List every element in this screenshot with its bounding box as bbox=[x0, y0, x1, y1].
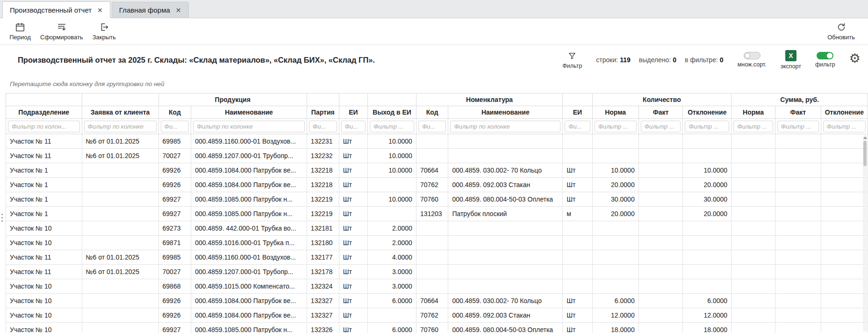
cell bbox=[732, 308, 775, 323]
cell: №6 от 01.01.2025 bbox=[82, 265, 158, 279]
table-row[interactable]: Участок № 11№6 от 01.01.202569985000.485… bbox=[6, 134, 868, 149]
settings-gear-icon[interactable]: ⚙ bbox=[849, 52, 861, 65]
cell: Шт bbox=[563, 308, 592, 323]
toggle-on-icon[interactable] bbox=[817, 52, 833, 59]
column-header[interactable]: Код bbox=[158, 106, 191, 119]
column-filter-input[interactable] bbox=[823, 121, 866, 132]
table-row[interactable]: Участок № 169927000.4859.1085.000 Патруб… bbox=[6, 207, 868, 221]
group-by-panel[interactable]: Перетащите сюда колонку для группировки … bbox=[0, 75, 868, 93]
cell: Участок № 10 bbox=[6, 308, 82, 323]
cell: 70027 bbox=[158, 149, 191, 163]
column-group-spacer bbox=[339, 94, 368, 106]
cell: 69985 bbox=[158, 250, 191, 265]
column-filter-input[interactable] bbox=[641, 121, 681, 132]
filter-toggle[interactable]: фильтр bbox=[815, 52, 835, 68]
cell: Участок № 1 bbox=[6, 207, 82, 221]
close-button[interactable]: Закрыть bbox=[88, 21, 121, 42]
column-header[interactable]: Факт bbox=[775, 106, 821, 119]
column-header[interactable]: Выход в ЕИ bbox=[368, 106, 416, 119]
cell bbox=[82, 236, 158, 250]
column-filter-input[interactable] bbox=[685, 121, 729, 132]
column-filter-input[interactable] bbox=[8, 121, 80, 132]
column-filter-input[interactable] bbox=[193, 121, 305, 132]
multisort-toggle[interactable]: множ.сорт. bbox=[738, 52, 767, 68]
column-header[interactable]: Норма bbox=[732, 106, 775, 119]
column-filter-input[interactable] bbox=[595, 121, 637, 132]
table-row[interactable]: Участок № 1069926000.4859.1084.000 Патру… bbox=[6, 294, 868, 308]
cell bbox=[821, 149, 868, 163]
export-excel-button[interactable]: X экспорт bbox=[781, 50, 801, 70]
column-header[interactable]: Код bbox=[416, 106, 448, 119]
table-row[interactable]: Участок № 1069927000.4859.1085.000 Патру… bbox=[6, 323, 868, 333]
cell bbox=[775, 236, 821, 250]
cell bbox=[563, 279, 592, 294]
table-row[interactable]: Участок № 11№6 от 01.01.202569985000.485… bbox=[6, 250, 868, 265]
period-button[interactable]: Период bbox=[5, 21, 36, 42]
table-row[interactable]: Участок № 1069868000.4859.1015.000 Компе… bbox=[6, 279, 868, 294]
column-filter-input[interactable] bbox=[450, 121, 560, 132]
column-filter-input[interactable] bbox=[733, 121, 773, 132]
selected-count: выделено:0 bbox=[639, 56, 676, 64]
table-row[interactable]: Участок № 169926000.4859.1084.000 Патруб… bbox=[6, 163, 868, 178]
column-header[interactable]: Отклонение bbox=[821, 106, 868, 119]
cell: 132218 bbox=[307, 178, 339, 192]
cell: №6 от 01.01.2025 bbox=[82, 250, 158, 265]
cell bbox=[821, 163, 868, 178]
export-label: экспорт bbox=[781, 63, 801, 70]
column-header[interactable]: Подразделение bbox=[6, 106, 82, 119]
column-filter-input[interactable] bbox=[777, 121, 819, 132]
column-header[interactable]: Отклонение bbox=[683, 106, 732, 119]
scroll-up-arrow-icon[interactable] bbox=[863, 137, 867, 139]
table-row[interactable]: Участок № 1069273000.4859. 442.000-01 Тр… bbox=[6, 221, 868, 236]
table-row[interactable]: Участок № 169927000.4859.1085.000 Патруб… bbox=[6, 192, 868, 207]
cell: 10.0000 bbox=[368, 192, 416, 207]
column-filter-input[interactable] bbox=[370, 121, 414, 132]
column-header[interactable]: Партия bbox=[307, 106, 339, 119]
cell: 000.4859.1084.000 Патрубок ве... bbox=[191, 178, 307, 192]
table-row[interactable]: Участок № 1069871000.4859.1016.000-01 Тр… bbox=[6, 236, 868, 250]
refresh-button[interactable]: Обновить bbox=[823, 21, 860, 42]
generate-button[interactable]: Сформировать bbox=[36, 21, 88, 42]
column-header[interactable]: Факт bbox=[638, 106, 683, 119]
column-header[interactable]: Наименование bbox=[448, 106, 563, 119]
cell: 20.0000 bbox=[683, 178, 732, 192]
cell bbox=[563, 250, 592, 265]
cell bbox=[821, 178, 868, 192]
cell: 6.0000 bbox=[683, 294, 732, 308]
column-header[interactable]: ЕИ bbox=[339, 106, 368, 119]
column-filter-input[interactable] bbox=[418, 121, 446, 132]
cell bbox=[416, 250, 448, 265]
column-header[interactable]: Заявка от клиента bbox=[82, 106, 158, 119]
filter-cell bbox=[732, 119, 775, 134]
tab-production-report[interactable]: Производственный отчет ✕ bbox=[2, 1, 110, 18]
table-row[interactable]: Участок № 11№6 от 01.01.202570027000.485… bbox=[6, 149, 868, 163]
tab-main-form[interactable]: Главная форма ✕ bbox=[112, 2, 189, 18]
column-header[interactable]: ЕИ bbox=[563, 106, 592, 119]
cell bbox=[821, 294, 868, 308]
table-row[interactable]: Участок № 1069926000.4859.1084.000 Патру… bbox=[6, 308, 868, 323]
column-filter-input[interactable] bbox=[84, 121, 157, 132]
column-filter-input[interactable] bbox=[161, 121, 189, 132]
table-row[interactable]: Участок № 169926000.4859.1084.000 Патруб… bbox=[6, 178, 868, 192]
column-filter-input[interactable] bbox=[309, 121, 337, 132]
cell bbox=[416, 134, 448, 149]
vertical-scrollbar[interactable] bbox=[863, 135, 867, 332]
column-filter-input[interactable] bbox=[565, 121, 590, 132]
close-icon[interactable]: ✕ bbox=[97, 7, 103, 14]
close-icon[interactable]: ✕ bbox=[176, 7, 181, 14]
toggle-off-icon[interactable] bbox=[744, 52, 760, 59]
filter-indicator[interactable]: Фильтр bbox=[562, 51, 582, 69]
left-splitter[interactable] bbox=[0, 93, 4, 333]
multisort-toggle-label: множ.сорт. bbox=[738, 61, 767, 68]
column-header[interactable]: Норма bbox=[592, 106, 638, 119]
cell bbox=[732, 250, 775, 265]
cell: 69273 bbox=[158, 221, 191, 236]
scrollbar-thumb[interactable] bbox=[863, 141, 867, 166]
column-filter-input[interactable] bbox=[341, 121, 366, 132]
table-row[interactable]: Участок № 11№6 от 01.01.202570027000.485… bbox=[6, 265, 868, 279]
cell: 70760 bbox=[416, 192, 448, 207]
filter-cell bbox=[563, 119, 592, 134]
column-header[interactable]: Наименование bbox=[191, 106, 307, 119]
excel-icon[interactable]: X bbox=[785, 50, 796, 61]
cell: 6.0000 bbox=[368, 294, 416, 308]
